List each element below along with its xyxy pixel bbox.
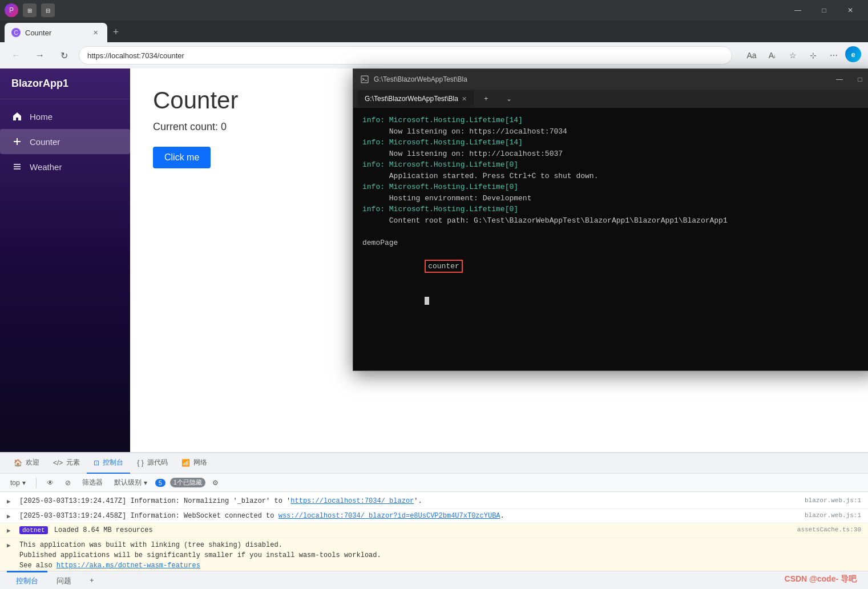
expand-icon-2[interactable]: ▶	[7, 512, 15, 522]
csdn-watermark: CSDN @code- 导吧	[785, 574, 857, 584]
terminal-win-controls: — □	[829, 71, 868, 87]
level-filter-button[interactable]: 默认级别 ▾	[111, 477, 151, 489]
console-msg-1: [2025-03-03T13:19:24.417Z] Information: …	[19, 496, 800, 506]
console-entry-4: ▶ This application was built with linkin…	[0, 538, 868, 571]
devtools-tab-sources[interactable]: { } 源代码	[130, 453, 174, 474]
terminal-titlebar: G:\Test\BlazorWebAppTest\Bla — □	[353, 69, 868, 90]
console-source-2: blazor.web.js:1	[805, 511, 861, 521]
expand-icon-1[interactable]: ▶	[7, 497, 15, 507]
eye-button[interactable]: 👁	[43, 478, 57, 488]
terminal-tabs: G:\Test\BlazorWebAppTest\Bla ✕ + ⌄	[353, 90, 868, 108]
terminal-icon	[360, 75, 369, 84]
settings-icon[interactable]: ⚙	[212, 479, 219, 487]
devtools-panel: 🏠 欢迎 </> 元素 ⊡ 控制台 { } 源代码 📶 网络	[0, 452, 868, 589]
websocket-link[interactable]: wss://localhost:7034/_blazor?id=e8UsCVP2…	[278, 512, 500, 520]
terminal-line-blank	[362, 226, 868, 237]
bottom-tabs: 控制台 问题 +	[7, 571, 103, 589]
terminal-line-10: Content root path: G:\Test\BlazorWebAppT…	[362, 215, 868, 227]
terminal-line-9: info: Microsoft.Hosting.Lifetime[0]	[362, 204, 868, 215]
console-filter-bar: top ▾ 👁 ⊘ 筛选器 默认级别 ▾ 5 1个已隐藏 ⚙	[0, 474, 868, 492]
terminal-line-4: Now listening on: http://localhost:5037	[362, 148, 868, 160]
collections-icon[interactable]: ⊹	[804, 46, 822, 64]
terminal-dropdown-button[interactable]: ⌄	[499, 91, 519, 107]
refresh-button[interactable]: ↻	[55, 46, 73, 64]
nav-label-home: Home	[30, 112, 53, 122]
console-entry-2: ▶ [2025-03-03T13:19:24.458Z] Information…	[0, 509, 868, 524]
url-input[interactable]: https://localhost:7034/counter	[79, 46, 732, 64]
terminal-body: info: Microsoft.Hosting.Lifetime[14] Now…	[353, 108, 868, 370]
terminal-tab-label: G:\Test\BlazorWebAppTest\Bla	[365, 95, 458, 103]
terminal-line-demo: demoPage	[362, 237, 868, 249]
browser-titlebar: P ⊞ ⊟ — □ ✕	[0, 0, 868, 21]
new-tab-button[interactable]: +	[107, 24, 124, 40]
block-button[interactable]: ⊘	[62, 478, 74, 488]
devtools-tab-elements[interactable]: </> 元素	[46, 453, 87, 474]
devtools-toolbar: 🏠 欢迎 </> 元素 ⊡ 控制台 { } 源代码 📶 网络	[0, 453, 868, 474]
close-button[interactable]: ✕	[837, 1, 863, 19]
sidebar: BlazorApp1 Home Counter	[0, 68, 130, 452]
nav-item-weather[interactable]: Weather	[0, 154, 130, 179]
terminal-new-tab-button[interactable]: +	[476, 91, 496, 107]
profile-icon[interactable]: P	[5, 3, 18, 17]
nav-item-home[interactable]: Home	[0, 104, 130, 129]
maximize-button[interactable]: □	[811, 1, 837, 19]
devtools-tab-network[interactable]: 📶 网络	[175, 453, 214, 474]
back-button[interactable]: ←	[7, 46, 25, 64]
terminal-tab-main[interactable]: G:\Test\BlazorWebAppTest\Bla ✕	[358, 91, 474, 107]
devtools-tab-console-label: 控制台	[103, 458, 123, 467]
devtools-tab-welcome[interactable]: 🏠 欢迎	[7, 453, 46, 474]
terminal-path-text: G:\Test\BlazorWebAppTest\Bla	[374, 75, 825, 83]
devtools-tab-sources-label: 源代码	[147, 458, 168, 467]
sources-icon: { }	[137, 459, 143, 467]
console-icon: ⊡	[94, 459, 99, 467]
console-content: ▶ [2025-03-03T13:19:24.417Z] Information…	[0, 492, 868, 571]
terminal-maximize-button[interactable]: □	[850, 71, 868, 87]
expand-icon-3[interactable]: ▶	[7, 526, 15, 536]
bottom-tab-console[interactable]: 控制台	[7, 571, 47, 589]
address-bar: ← → ↻ https://localhost:7034/counter Aa …	[0, 42, 868, 68]
minimize-button[interactable]: —	[785, 1, 811, 19]
blazor-link-1[interactable]: https://localhost:7034/_blazor	[290, 497, 414, 505]
window-controls: — □ ✕	[785, 1, 863, 19]
tab-close-button[interactable]: ✕	[90, 27, 100, 38]
welcome-icon: 🏠	[14, 459, 22, 467]
tab-counter[interactable]: C Counter ✕	[5, 23, 107, 42]
filter-label: 筛选器	[82, 478, 103, 487]
terminal-line-5: info: Microsoft.Hosting.Lifetime[0]	[362, 159, 868, 171]
bottom-tab-add[interactable]: +	[80, 571, 103, 589]
forward-button[interactable]: →	[31, 46, 49, 64]
console-msg-3: dotnet Loaded 8.64 MB resources	[19, 525, 793, 535]
bottom-tab-issues[interactable]: 问题	[47, 571, 80, 589]
elements-icon: </>	[53, 459, 63, 467]
browser-content: BlazorApp1 Home Counter	[0, 68, 868, 589]
devtools-tab-elements-label: 元素	[66, 458, 80, 467]
favorites-icon[interactable]: ☆	[784, 46, 802, 64]
tab-bar: C Counter ✕ +	[0, 21, 868, 42]
terminal-line-3: info: Microsoft.Hosting.Lifetime[14]	[362, 137, 868, 148]
expand-icon-4[interactable]: ▶	[7, 541, 15, 551]
more-tools-icon[interactable]: ⋯	[825, 46, 843, 64]
terminal-line-6: Application started. Press Ctrl+C to shu…	[362, 171, 868, 182]
filter-button[interactable]: 筛选器	[79, 477, 106, 489]
wasm-features-link[interactable]: https://aka.ms/dotnet-wasm-features	[56, 562, 200, 570]
devtools-tab-console[interactable]: ⊡ 控制台	[87, 453, 130, 474]
workspace-icon[interactable]: ⊞	[23, 3, 37, 17]
terminal-cursor-line	[362, 284, 868, 318]
reader-mode-icon[interactable]: Aa	[742, 46, 761, 64]
menu-icon	[11, 161, 23, 172]
top-filter-chevron: ▾	[22, 479, 26, 487]
nav-label-weather: Weather	[30, 162, 62, 172]
immersive-reader-icon[interactable]: Aᵢ	[763, 46, 781, 64]
terminal-minimize-button[interactable]: —	[829, 71, 850, 87]
top-filter-button[interactable]: top ▾	[7, 478, 29, 488]
terminal-tab-close[interactable]: ✕	[462, 95, 467, 103]
dotnet-badge: dotnet	[19, 526, 48, 534]
address-bar-icons: Aa Aᵢ ☆ ⊹ ⋯ e	[742, 46, 861, 64]
console-source-3: assetsCache.ts:30	[797, 525, 861, 535]
error-badge: 5	[155, 479, 165, 487]
click-me-button[interactable]: Click me	[153, 147, 211, 168]
nav-item-counter[interactable]: Counter	[0, 129, 130, 154]
console-source-1: blazor.web.js:1	[805, 496, 861, 506]
split-icon[interactable]: ⊟	[41, 3, 55, 17]
console-entry-3: ▶ dotnet Loaded 8.64 MB resources assets…	[0, 523, 868, 538]
